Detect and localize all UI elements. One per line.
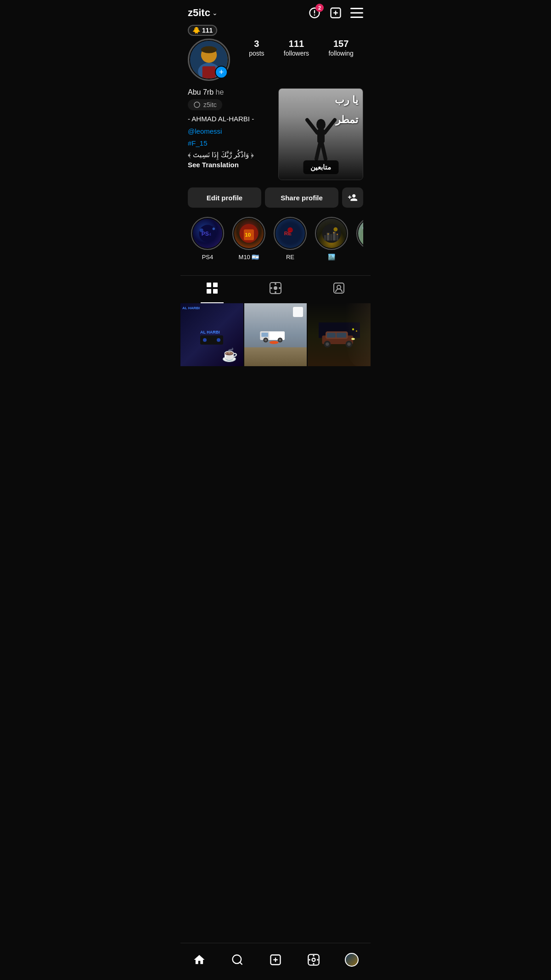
avatar-ring[interactable]: + — [188, 39, 230, 81]
post-item-3[interactable] — [308, 303, 371, 366]
add-square-icon — [329, 6, 342, 19]
following-count: 157 — [328, 39, 353, 49]
svg-rect-5 — [350, 17, 363, 18]
highlight-label-m10: M10 🇦🇷 — [239, 254, 259, 261]
nav-profile[interactable] — [341, 949, 363, 971]
svg-rect-31 — [330, 234, 332, 240]
svg-point-37 — [333, 227, 337, 232]
search-icon — [231, 953, 244, 966]
followers-count: 111 — [284, 39, 309, 49]
bottom-spacer — [180, 366, 371, 403]
svg-point-49 — [275, 291, 276, 293]
bottom-nav — [180, 943, 371, 980]
highlight-item-ge[interactable]: G.E 🇬🇪 — [357, 217, 363, 261]
svg-point-20 — [200, 228, 203, 232]
svg-line-14 — [325, 120, 335, 133]
svg-point-65 — [270, 341, 279, 344]
nav-create[interactable] — [264, 949, 287, 971]
avatar-container: 🐥 111 — [188, 29, 230, 81]
menu-icon[interactable] — [350, 8, 363, 18]
nav-search[interactable] — [226, 949, 248, 971]
grid-icon — [206, 282, 218, 297]
story-preview-image[interactable]: يا رب تمطر — [278, 88, 363, 180]
svg-line-16 — [322, 143, 326, 159]
ge-graphic — [363, 223, 363, 244]
add-story-button[interactable]: + — [215, 66, 228, 79]
edit-profile-button[interactable]: Edit profile — [188, 187, 261, 208]
nav-home[interactable] — [188, 949, 210, 971]
story-count-badge[interactable]: 🐥 111 — [188, 25, 217, 36]
threads-notification-icon[interactable]: 2 — [308, 6, 321, 19]
svg-rect-44 — [207, 289, 211, 294]
reels-nav-icon — [307, 953, 320, 966]
chevron-down-icon[interactable]: ⌄ — [212, 9, 218, 17]
tab-reels[interactable] — [244, 276, 307, 303]
svg-point-48 — [275, 283, 276, 285]
profile-top-row: 🐥 111 — [188, 29, 363, 81]
bio-arabic: ﴿ وَاذْكُر رَّبَّكَ إِذَا نَسِيتَ ﴾ — [188, 151, 271, 159]
story-count: 111 — [202, 27, 213, 34]
svg-point-9 — [201, 46, 217, 53]
profile-content-row: Abu 7rb he z5itc - AHMAD AL-HARBI - @leo… — [188, 88, 363, 180]
following-stat[interactable]: 157 following — [328, 39, 353, 57]
svg-rect-3 — [350, 8, 363, 9]
silhouette-svg — [305, 115, 337, 161]
svg-point-87 — [309, 959, 310, 961]
username-title: z5itc — [188, 7, 210, 19]
svg-text:4: 4 — [209, 232, 211, 237]
notification-badge: 2 — [315, 4, 324, 12]
post-item-2[interactable] — [244, 303, 307, 366]
posts-stat: 3 posts — [249, 39, 264, 57]
display-name-text: Abu 7rb — [188, 88, 214, 96]
followers-stat[interactable]: 111 followers — [284, 39, 309, 57]
bio-link[interactable]: @leomessi — [188, 127, 222, 135]
highlight-item-city[interactable]: 🏙️ — [315, 217, 348, 261]
header: z5itc ⌄ 2 — [180, 0, 371, 26]
svg-point-84 — [312, 958, 315, 962]
tabs-section — [180, 275, 371, 303]
tab-tagged[interactable] — [307, 276, 371, 303]
story-preview-column: يا رب تمطر — [278, 88, 363, 180]
bio-hashtag[interactable]: #F_15 — [188, 139, 208, 147]
story-emoji: 🐥 — [192, 27, 200, 34]
bio-line2: @leomessi — [188, 126, 271, 137]
svg-rect-60 — [261, 333, 268, 337]
post1-graphic: AL HARBI — [198, 321, 225, 348]
m10-graphic: 10 — [239, 223, 259, 244]
nav-profile-avatar — [345, 953, 359, 967]
header-right: 2 — [308, 6, 363, 19]
add-person-button[interactable] — [342, 187, 363, 208]
posts-count: 3 — [249, 39, 264, 49]
svg-rect-41 — [363, 223, 363, 233]
highlight-image-city — [317, 219, 346, 248]
followers-label: followers — [284, 50, 309, 57]
highlight-image-m10: 10 — [234, 219, 264, 248]
share-profile-button[interactable]: Share profile — [265, 187, 338, 208]
svg-point-74 — [326, 343, 329, 346]
svg-point-56 — [203, 338, 207, 342]
svg-rect-10 — [202, 66, 216, 79]
nav-reels[interactable] — [303, 949, 325, 971]
create-icon[interactable] — [329, 6, 342, 19]
svg-point-78 — [233, 955, 242, 964]
tab-grid[interactable] — [180, 276, 244, 303]
see-translation-button[interactable]: See Translation — [188, 161, 271, 169]
highlight-circle-ps4: PS 4 — [191, 217, 224, 250]
preview-follow-button[interactable]: متابعين — [303, 160, 338, 174]
highlight-circle-ge — [356, 217, 363, 250]
highlight-item-ps4[interactable]: PS 4 PS4 — [191, 217, 224, 261]
highlight-label-re: RE — [286, 254, 294, 261]
highlight-item-m10[interactable]: 10 M10 🇦🇷 — [233, 217, 265, 261]
hamburger-icon — [350, 8, 363, 18]
reels-icon — [270, 282, 281, 297]
home-icon — [193, 953, 206, 966]
threads-handle-badge[interactable]: z5itc — [188, 99, 222, 110]
preview-arabic-text1: يا رب — [335, 94, 358, 106]
highlight-label-city: 🏙️ — [328, 254, 335, 261]
highlight-circle-city — [315, 217, 348, 250]
svg-point-53 — [337, 285, 341, 289]
highlight-image-ps4: PS 4 — [193, 219, 222, 248]
highlight-item-re[interactable]: RE RE — [274, 217, 306, 261]
svg-point-27 — [287, 227, 293, 233]
post-item-1[interactable]: AL HARBI ☕ AL HARBI — [180, 303, 243, 366]
